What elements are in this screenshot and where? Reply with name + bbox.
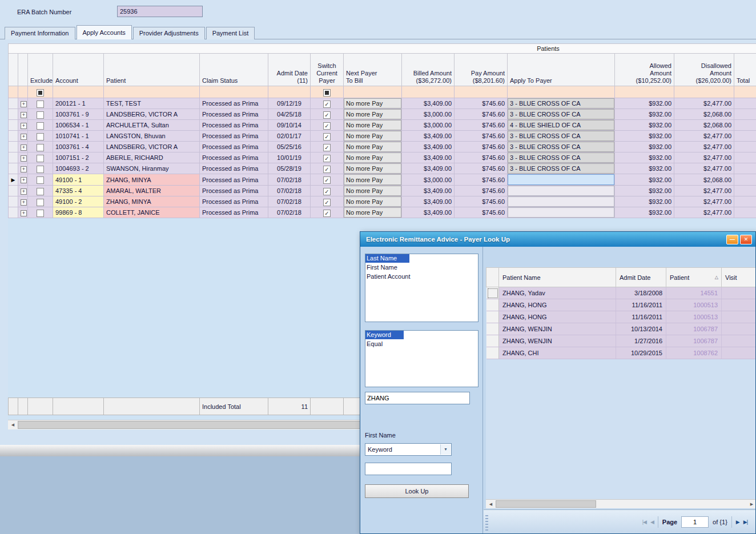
expand-cell[interactable]: + xyxy=(18,196,28,207)
apply-to-payer-cell[interactable] xyxy=(508,186,615,196)
switch-payer-checkbox[interactable]: ✓ xyxy=(323,166,331,173)
result-row-selector-cell[interactable] xyxy=(486,299,499,311)
col-header-allowed-amount[interactable]: Allowed Amount ($10,252.00) xyxy=(615,54,674,86)
switch-payer-cell[interactable]: ✓ xyxy=(311,142,344,152)
apply-to-payer-cell[interactable]: 3 - BLUE CROSS OF CA xyxy=(508,152,615,163)
col-header-switch-payer[interactable]: Switch Current Payer xyxy=(311,54,344,86)
grid-row[interactable]: ▶+49100 - 1ZHANG, MINYAProcessed as Prim… xyxy=(9,174,756,186)
patient-cell[interactable]: ARCHULETTA, Sultan xyxy=(104,120,200,131)
search-field-listbox[interactable]: Last NameFirst NamePatient Account xyxy=(365,254,478,322)
prev-page-icon[interactable]: ◀ xyxy=(650,519,654,525)
exclude-cell[interactable] xyxy=(28,120,53,131)
first-name-operator-dropdown[interactable]: Keyword ▾ xyxy=(365,443,452,456)
grid-row[interactable]: +1010741 - 1LANGSTON, BhuvanProcessed as… xyxy=(9,131,756,142)
payer-result-row[interactable]: ZHANG, Yadav3/18/200814551 xyxy=(486,287,756,299)
switch-payer-checkbox[interactable]: ✓ xyxy=(323,176,331,184)
grid-row[interactable]: +49100 - 2ZHANG, MINYAProcessed as Prima… xyxy=(9,196,756,207)
payer-result-row[interactable]: ZHANG, CHI10/29/20151008762 xyxy=(486,347,756,359)
col-header-patient-name[interactable]: Patient Name xyxy=(499,268,616,287)
result-row-selector-cell[interactable] xyxy=(486,335,499,347)
account-cell[interactable]: 200121 - 1 xyxy=(53,98,104,109)
expand-cell[interactable]: + xyxy=(18,152,28,163)
account-filter-cell[interactable] xyxy=(53,86,104,98)
switch-payer-cell[interactable]: ✓ xyxy=(311,98,344,109)
switch-payer-cell[interactable]: ✓ xyxy=(311,186,344,196)
exclude-checkbox[interactable] xyxy=(37,176,44,184)
switch-payer-checkbox[interactable]: ✓ xyxy=(323,155,331,162)
col-header-account[interactable]: Account xyxy=(53,54,104,86)
switch-payer-cell[interactable]: ✓ xyxy=(311,131,344,142)
patient-cell[interactable]: LANGSTON, Bhuvan xyxy=(104,131,200,142)
switch-payer-cell[interactable]: ✓ xyxy=(311,163,344,174)
exclude-cell[interactable] xyxy=(28,109,53,120)
patient-cell[interactable]: AMARAL, WALTER xyxy=(104,186,200,196)
exclude-filter-checkbox-icon[interactable] xyxy=(37,89,44,97)
switch-payer-checkbox[interactable]: ✓ xyxy=(323,199,331,206)
expand-cell[interactable]: + xyxy=(18,120,28,131)
next-payer-filter-cell[interactable] xyxy=(344,86,402,98)
payer-result-row[interactable]: ZHANG, WENJIN10/13/20141006787 xyxy=(486,323,756,335)
expand-icon[interactable]: + xyxy=(21,188,27,195)
patient-cell[interactable]: ZHANG, MINYA xyxy=(104,196,200,207)
result-row-selector-cell[interactable] xyxy=(486,323,499,335)
grid-row[interactable]: +99869 - 8COLLETT, JANICEProcessed as Pr… xyxy=(9,207,756,218)
admit-date-filter-cell[interactable] xyxy=(268,86,311,98)
apply-to-payer-cell[interactable]: 3 - BLUE CROSS OF CA xyxy=(508,163,615,174)
expand-icon[interactable]: + xyxy=(21,199,27,206)
result-row-selector-cell[interactable] xyxy=(486,347,499,359)
switch-payer-filter-checkbox-icon[interactable] xyxy=(323,89,331,97)
look-up-button[interactable]: Look Up xyxy=(365,484,469,498)
tab-provider-adjustments[interactable]: Provider Adjustments xyxy=(133,27,205,39)
grid-row[interactable]: +1004693 - 2SWANSON, HiranmayProcessed a… xyxy=(9,163,756,174)
patient-cell[interactable]: ZHANG, MINYA xyxy=(104,174,200,186)
account-cell[interactable]: 99869 - 8 xyxy=(53,207,104,218)
exclude-cell[interactable] xyxy=(28,152,53,163)
expand-icon[interactable]: + xyxy=(21,123,27,129)
exclude-checkbox[interactable] xyxy=(37,210,44,217)
patient-name-cell[interactable]: ZHANG, WENJIN xyxy=(499,323,616,335)
expand-cell[interactable]: + xyxy=(18,163,28,174)
exclude-checkbox[interactable] xyxy=(37,166,44,173)
expand-icon[interactable]: + xyxy=(21,144,27,151)
last-page-icon[interactable]: ▶| xyxy=(743,519,747,525)
expand-icon[interactable]: + xyxy=(21,210,27,216)
apply-to-payer-cell[interactable]: 4 - BLUE SHIELD OF CA xyxy=(508,120,615,131)
exclude-checkbox[interactable] xyxy=(37,155,44,162)
search-field-option[interactable]: First Name xyxy=(365,263,478,272)
switch-payer-checkbox[interactable]: ✓ xyxy=(323,188,331,195)
patient-cell[interactable]: LANDSBERG, VICTOR A xyxy=(104,109,200,120)
switch-payer-checkbox[interactable]: ✓ xyxy=(323,101,331,108)
switch-payer-checkbox[interactable]: ✓ xyxy=(323,111,331,119)
result-row-selector-cell[interactable] xyxy=(486,311,499,323)
col-header-disallowed-amount[interactable]: Disallowed Amount ($26,020.00) xyxy=(674,54,734,86)
exclude-cell[interactable] xyxy=(28,163,53,174)
col-header-total[interactable]: Total xyxy=(734,54,756,86)
patient-filter-cell[interactable] xyxy=(104,86,200,98)
result-row-selector-cell[interactable] xyxy=(486,287,499,299)
exclude-cell[interactable] xyxy=(28,131,53,142)
grid-row[interactable]: +200121 - 1TEST, TESTProcessed as Prima0… xyxy=(9,98,756,109)
patient-cell[interactable]: TEST, TEST xyxy=(104,98,200,109)
exclude-checkbox[interactable] xyxy=(37,199,44,206)
col-header-patient-id[interactable]: Patient △ xyxy=(666,268,722,287)
exclude-cell[interactable] xyxy=(28,98,53,109)
apply-to-payer-cell[interactable] xyxy=(508,196,615,207)
expand-cell[interactable]: + xyxy=(18,186,28,196)
patient-cell[interactable]: ABERLE, RICHARD xyxy=(104,152,200,163)
pay-filter-cell[interactable] xyxy=(455,86,508,98)
expand-cell[interactable]: + xyxy=(18,174,28,186)
account-cell[interactable]: 49100 - 2 xyxy=(53,196,104,207)
exclude-cell[interactable] xyxy=(28,196,53,207)
expand-cell[interactable]: + xyxy=(18,109,28,120)
patient-cell[interactable]: SWANSON, Hiranmay xyxy=(104,163,200,174)
account-cell[interactable]: 1003761 - 4 xyxy=(53,142,104,152)
patient-cell[interactable]: LANDSBERG, VICTOR A xyxy=(104,142,200,152)
apply-to-payer-cell[interactable]: 3 - BLUE CROSS OF CA xyxy=(508,131,615,142)
billed-filter-cell[interactable] xyxy=(402,86,455,98)
account-cell[interactable]: 1004693 - 2 xyxy=(53,163,104,174)
col-header-admit-date[interactable]: Admit Date (11) xyxy=(268,54,311,86)
account-cell[interactable]: 1007151 - 2 xyxy=(53,152,104,163)
patient-name-cell[interactable]: ZHANG, HONG xyxy=(499,299,616,311)
grid-row[interactable]: +47335 - 4AMARAL, WALTERProcessed as Pri… xyxy=(9,186,756,196)
grid-row[interactable]: +1003761 - 9LANDSBERG, VICTOR AProcessed… xyxy=(9,109,756,120)
